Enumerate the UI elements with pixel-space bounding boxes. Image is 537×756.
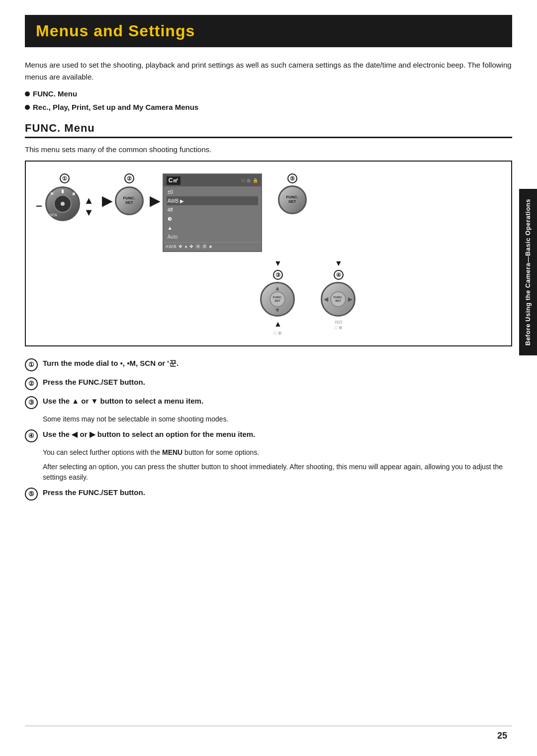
- instr-text-4: Use the ◀ or ▶ button to select an optio…: [43, 428, 255, 440]
- bullet-item-2: Rec., Play, Print, Set up and My Camera …: [25, 100, 512, 114]
- row2-steps: ▼ ③ FUNC.SET ▲ ▼ ▲ □⊕: [36, 259, 501, 336]
- bullet-item-1: FUNC. Menu: [25, 87, 512, 100]
- step2-badge: ②: [124, 173, 134, 183]
- instr-num-2: ②: [25, 377, 38, 390]
- side-tab: Before Using the Camera—Basic Operations: [519, 189, 537, 355]
- step3-badge: ③: [273, 270, 283, 280]
- arrow-down-4: ▼: [335, 259, 343, 268]
- bullet-list: FUNC. Menu Rec., Play, Print, Set up and…: [25, 87, 512, 114]
- menu-row-5: ▲: [167, 223, 258, 232]
- step3-sub-icons: □⊕: [274, 331, 282, 336]
- arrow-up-3: ▲: [274, 320, 282, 329]
- bullet-text-1: FUNC. Menu: [33, 87, 77, 100]
- nav-wheel-3: FUNC.SET ▲ ▼: [260, 282, 296, 318]
- menu-row-2: AWB ▶: [167, 196, 258, 205]
- bullet-text-2: Rec., Play, Print, Set up and My Camera …: [33, 100, 198, 114]
- menu-row-3: 4ff: [167, 205, 258, 214]
- page-title: Menus and Settings: [36, 22, 501, 40]
- step4-sub-icons: ISO □⊕: [335, 320, 343, 330]
- instr-text-5: Press the FUNC./SET button.: [43, 487, 145, 499]
- arrow-right-2: ▶: [150, 173, 160, 209]
- step4-area: ▼ ④ FUNC.SET ◀ ▶ ISO □⊕: [321, 259, 357, 336]
- instr-text-2: Press the FUNC./SET button.: [43, 376, 145, 388]
- step5-badge: ⑤: [287, 173, 297, 183]
- instr-text-1: Turn the mode dial to ▪, ▪M, SCN or '꾼.: [43, 357, 179, 369]
- screen-bottom-icons: AWB ✤ ♠ ✤ 米 幸 ♣: [166, 244, 213, 250]
- bottom-divider: [25, 726, 512, 726]
- arrow-down-3: ▼: [274, 259, 282, 268]
- instr-num-5: ⑤: [25, 488, 38, 501]
- menu-row-4: ❸: [167, 214, 258, 223]
- page-header: Menus and Settings: [25, 15, 512, 47]
- func-menu-heading: FUNC. Menu: [25, 122, 512, 138]
- step1-badge: ①: [60, 173, 70, 183]
- instruction-2: ② Press the FUNC./SET button.: [25, 376, 512, 390]
- dial-arrows: ▲ ▼: [84, 195, 94, 217]
- page-number: 25: [497, 731, 507, 741]
- func-set-button-2[interactable]: FUNC. SET: [115, 186, 144, 215]
- instruction-3: ③ Use the ▲ or ▼ button to select a menu…: [25, 395, 512, 409]
- mode-dial: M ▣ SCN: [45, 186, 81, 226]
- screen-cm-icon: C㎡: [167, 176, 181, 185]
- func-menu-diagram: ① − M: [25, 161, 512, 346]
- instr-sub-4a: You can select further options with the …: [43, 447, 512, 458]
- arrow-right-1: ▶: [102, 173, 112, 209]
- intro-paragraph: Menus are used to set the shooting, play…: [25, 59, 512, 83]
- side-tab-text: Before Using the Camera—Basic Operations: [524, 199, 533, 345]
- screen-top-icons: □◎🔒: [242, 178, 258, 183]
- step5-area: ⑤ FUNC. SET: [278, 173, 307, 214]
- func-set-button-5[interactable]: FUNC. SET: [278, 185, 307, 214]
- bullet-dot-2: [25, 105, 30, 110]
- nav-wheel-4: FUNC.SET ◀ ▶: [321, 282, 357, 318]
- instr-num-1: ①: [25, 358, 38, 371]
- bullet-dot-1: [25, 91, 30, 96]
- instr-text-3: Use the ▲ or ▼ button to select a menu i…: [43, 395, 203, 407]
- instr-sub-4b: After selecting an option, you can press…: [43, 462, 512, 483]
- instr-num-3: ③: [25, 396, 38, 409]
- instr-sub-3: Some items may not be selectable in some…: [43, 414, 512, 424]
- instructions-list: ① Turn the mode dial to ▪, ▪M, SCN or '꾼…: [25, 357, 512, 501]
- func-menu-subtitle: This menu sets many of the common shooti…: [25, 145, 512, 154]
- instr-num-4: ④: [25, 429, 38, 442]
- step4-badge: ④: [334, 270, 344, 280]
- instruction-1: ① Turn the mode dial to ▪, ▪M, SCN or '꾼…: [25, 357, 512, 371]
- instruction-4: ④ Use the ◀ or ▶ button to select an opt…: [25, 428, 512, 442]
- minus-label: −: [36, 200, 42, 213]
- menu-row-1: ±0: [167, 187, 258, 196]
- menu-row-auto: Auto: [167, 232, 258, 241]
- camera-screen: C㎡ □◎🔒 ±0 AWB ▶ 4ff ❸ ▲ Auto: [163, 173, 262, 252]
- instruction-5: ⑤ Press the FUNC./SET button.: [25, 487, 512, 501]
- step3-area: ▼ ③ FUNC.SET ▲ ▼ ▲ □⊕: [260, 259, 296, 336]
